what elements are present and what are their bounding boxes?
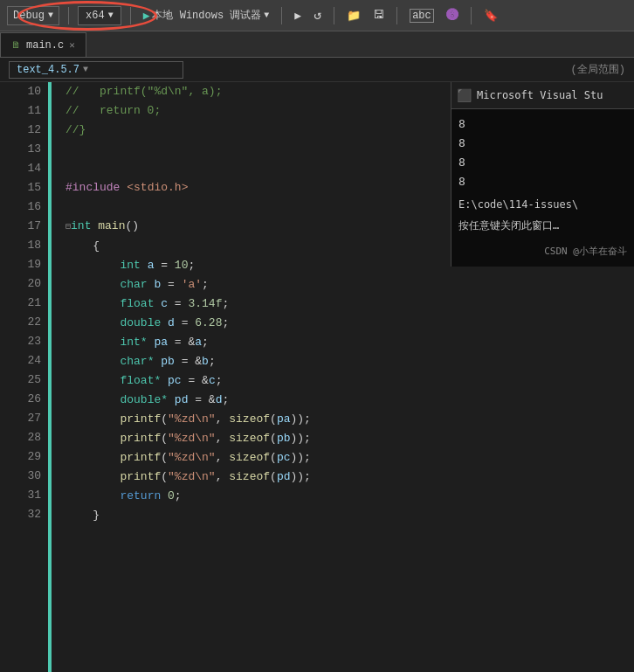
line-number: 19 bbox=[7, 255, 41, 274]
continue-icon: ▶ bbox=[294, 9, 301, 23]
line-number: 23 bbox=[7, 332, 41, 351]
line-number: 30 bbox=[7, 467, 41, 486]
output-panel: ⬛ Microsoft Visual Stu 8888 E:\code\114-… bbox=[451, 82, 634, 267]
output-value: 8 bbox=[458, 114, 627, 134]
code-line: printf("%zd\n", sizeof(pc)); bbox=[65, 448, 634, 468]
line-number: 32 bbox=[7, 505, 41, 524]
line-number: 16 bbox=[7, 197, 41, 217]
restart-icon: ↺ bbox=[314, 7, 321, 24]
line-number: 10 bbox=[7, 82, 41, 101]
line-number: 29 bbox=[7, 447, 41, 467]
output-icon: ⬛ bbox=[457, 86, 472, 105]
line-number: 22 bbox=[7, 313, 41, 332]
tab-main-c[interactable]: 🗎 main.c ✕ bbox=[0, 32, 86, 57]
toolbar: Debug ▼ x64 ▼ ▶ 本地 Windows 调试器 ▼ ▶ ↺ 📁 🖫… bbox=[0, 0, 634, 31]
line-number: 14 bbox=[7, 159, 41, 178]
line-number: 21 bbox=[7, 294, 41, 313]
code-line: char b = 'a'; bbox=[65, 275, 634, 294]
line-number: 18 bbox=[7, 236, 41, 255]
vs-icon: 🅢 bbox=[446, 9, 458, 23]
scope-function-label: text_4.5.7 bbox=[17, 64, 79, 76]
line-number: 11 bbox=[7, 101, 41, 121]
output-value: 8 bbox=[458, 172, 627, 191]
code-line: float* pc = &c; bbox=[65, 371, 634, 391]
line-number: 27 bbox=[7, 409, 41, 428]
code-line: printf("%zd\n", sizeof(pa)); bbox=[65, 410, 634, 429]
tab-bar: 🗎 main.c ✕ bbox=[0, 31, 634, 58]
output-value: 8 bbox=[458, 134, 627, 153]
toolbar-sep-2 bbox=[130, 7, 131, 24]
close-tab-button[interactable]: ✕ bbox=[69, 39, 75, 51]
toolbar-sep-6 bbox=[471, 7, 472, 24]
save-icon: 🖫 bbox=[373, 9, 384, 22]
line-number: 31 bbox=[7, 486, 41, 505]
line-number: 28 bbox=[7, 428, 41, 447]
run-button[interactable]: ▶ 本地 Windows 调试器 ▼ bbox=[140, 6, 273, 24]
logo-button[interactable]: 🅢 bbox=[443, 7, 462, 24]
output-note: 按任意键关闭此窗口… bbox=[458, 216, 627, 235]
chevron-down-icon-2: ▼ bbox=[108, 10, 114, 20]
config-label: Debug bbox=[13, 10, 45, 22]
toolbar-sep-4 bbox=[334, 7, 334, 24]
folder-icon: 📁 bbox=[347, 9, 361, 23]
output-body: 8888 bbox=[458, 114, 627, 191]
code-line: printf("%zd\n", sizeof(pd)); bbox=[65, 468, 634, 487]
toolbar-sep-5 bbox=[396, 7, 397, 24]
abc-button[interactable]: abc bbox=[406, 7, 438, 24]
chevron-down-icon: ▼ bbox=[48, 10, 53, 20]
scope-bar: text_4.5.7 ▼ (全局范围) bbox=[0, 58, 634, 82]
code-line: float c = 3.14f; bbox=[65, 294, 634, 314]
toolbar-sep-1 bbox=[68, 7, 69, 24]
line-number: 12 bbox=[7, 121, 41, 140]
restart-button[interactable]: ↺ bbox=[310, 5, 325, 25]
line-number: 13 bbox=[7, 140, 41, 159]
output-value: 8 bbox=[458, 153, 627, 172]
bookmark-button[interactable]: 🔖 bbox=[480, 7, 501, 24]
code-line: int* pa = &a; bbox=[65, 333, 634, 352]
output-header: ⬛ Microsoft Visual Stu bbox=[451, 82, 634, 109]
continue-button[interactable]: ▶ bbox=[291, 7, 305, 24]
code-line: printf("%zd\n", sizeof(pb)); bbox=[65, 429, 634, 448]
code-line: char* pb = &b; bbox=[65, 352, 634, 371]
play-icon: ▶ bbox=[143, 9, 150, 23]
abc-icon: abc bbox=[410, 9, 434, 23]
scope-range-label: (全局范围) bbox=[571, 62, 625, 77]
chevron-down-icon-3: ▼ bbox=[264, 10, 269, 20]
code-line: double* pd = &d; bbox=[65, 391, 634, 410]
open-button[interactable]: 📁 bbox=[343, 7, 364, 24]
file-icon: 🗎 bbox=[11, 39, 21, 51]
output-brand: CSDN @小羊在奋斗 bbox=[458, 242, 627, 261]
run-label: 本地 Windows 调试器 bbox=[152, 8, 261, 23]
code-area: 1011121314151617181920212223242526272829… bbox=[0, 82, 634, 672]
line-number: 26 bbox=[7, 390, 41, 409]
chevron-down-icon-scope: ▼ bbox=[83, 65, 88, 74]
code-line: } bbox=[65, 506, 634, 525]
arch-dropdown[interactable]: x64 ▼ bbox=[78, 6, 121, 25]
line-number: 17 bbox=[7, 217, 41, 236]
toolbar-sep-3 bbox=[281, 7, 282, 24]
arch-label: x64 bbox=[86, 10, 105, 22]
line-number: 24 bbox=[7, 351, 41, 371]
line-number: 15 bbox=[7, 178, 41, 197]
code-line: return 0; bbox=[65, 487, 634, 506]
line-number: 25 bbox=[7, 371, 41, 390]
line-numbers: 1011121314151617181920212223242526272829… bbox=[0, 82, 48, 672]
output-title: Microsoft Visual Stu bbox=[477, 86, 603, 105]
tab-label: main.c bbox=[26, 39, 64, 52]
output-path: E:\code\114-issues\ bbox=[458, 195, 627, 214]
save-button[interactable]: 🖫 bbox=[369, 7, 388, 24]
function-scope-dropdown[interactable]: text_4.5.7 ▼ bbox=[9, 61, 183, 79]
config-dropdown[interactable]: Debug ▼ bbox=[7, 6, 59, 25]
line-number: 20 bbox=[7, 274, 41, 294]
bookmark-icon: 🔖 bbox=[484, 9, 498, 23]
code-line: double d = 6.28; bbox=[65, 314, 634, 333]
